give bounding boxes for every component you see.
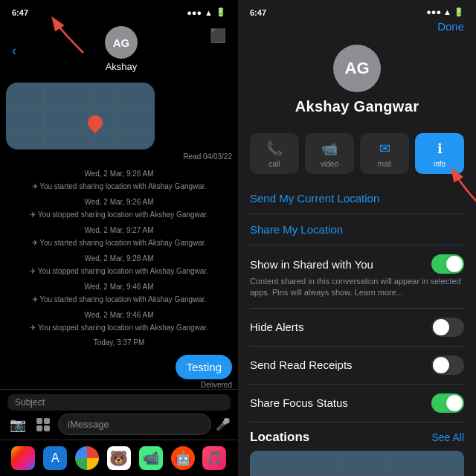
info-icon: ℹ <box>437 141 443 157</box>
facetime-icon[interactable]: 📹 <box>139 446 163 470</box>
right-panel: 6:47 ●●● ▲ 🔋 Done AG Akshay Gangwar 📞 ca… <box>238 0 476 476</box>
done-button[interactable]: Done <box>238 20 476 39</box>
send-current-location-label: Send My Current Location <box>250 192 379 205</box>
day-header: Wed, 2 Mar, 9:46 AM <box>6 283 232 291</box>
left-status-bar: 6:47 ●●● ▲ 🔋 <box>0 0 238 22</box>
share-location-row[interactable]: Share My Location <box>250 214 464 245</box>
day-header: Wed, 2 Mar, 9:26 AM <box>6 170 232 178</box>
read-receipt: Read 04/03/22 <box>6 152 232 161</box>
subject-field[interactable]: Subject <box>7 394 231 411</box>
mail-icon: ✉ <box>379 141 390 157</box>
mail-label: mail <box>378 160 391 168</box>
list-item: ✈ You stopped sharing location with Aksh… <box>6 209 232 221</box>
apps-icon <box>35 416 51 433</box>
right-status-icons: ●●● ▲ 🔋 <box>426 7 464 17</box>
detail-avatar: AG <box>333 45 381 92</box>
send-read-receipts-toggle[interactable] <box>431 356 464 375</box>
chrome-icon[interactable] <box>75 446 99 470</box>
memoji-icon[interactable]: 🐻 <box>107 446 131 470</box>
call-icon: 📞 <box>266 141 283 157</box>
show-shared-row: Show in Shared with You Content shared i… <box>250 245 464 309</box>
info-label: info <box>434 160 446 168</box>
map-image <box>6 83 155 149</box>
day-header: Wed, 2 Mar, 9:27 AM <box>6 226 232 234</box>
wifi-icon: ▲ <box>443 7 451 17</box>
share-focus-toggle[interactable] <box>431 393 464 413</box>
contact-name: Akshay <box>106 61 138 72</box>
day-header: Wed, 2 Mar, 9:46 AM <box>6 311 232 319</box>
call-button[interactable]: 📞 call <box>250 133 299 174</box>
video-label: video <box>321 160 338 168</box>
contact-header: AG Akshay <box>16 23 226 78</box>
signal-icon: ●●● <box>426 7 441 17</box>
avatar: AG <box>105 26 138 59</box>
send-current-location-row[interactable]: Send My Current Location <box>250 183 464 214</box>
svg-rect-3 <box>44 425 50 431</box>
apps-button[interactable] <box>33 414 54 435</box>
mail-button[interactable]: ✉ mail <box>360 133 409 174</box>
share-focus-row: Share Focus Status <box>250 385 464 422</box>
svg-rect-2 <box>36 425 42 431</box>
chat-messages: Wed, 2 Mar, 9:26 AM ✈ You started sharin… <box>6 165 232 334</box>
delivered-status: Delivered <box>6 381 232 389</box>
chat-area: Location from 01/03/22 › Read 04/03/22 W… <box>0 83 238 389</box>
right-time: 6:47 <box>250 8 266 17</box>
appstore-icon[interactable]: A <box>43 446 67 470</box>
show-shared-label: Show in Shared with You <box>250 258 431 271</box>
call-label: call <box>268 160 280 168</box>
message-bubble: Testing <box>176 355 232 379</box>
svg-rect-0 <box>36 418 42 424</box>
svg-rect-1 <box>44 418 50 424</box>
list-item: ✈ You started sharing location with Aksh… <box>6 294 232 306</box>
list-item: ✈ You started sharing location with Aksh… <box>6 237 232 249</box>
reddit-icon[interactable]: 🤖 <box>171 446 195 470</box>
hide-alerts-row: Hide Alerts <box>250 309 464 347</box>
battery-icon: 🔋 <box>454 7 464 17</box>
locations-header: Locations See All <box>250 422 464 451</box>
settings-section: Send My Current Location Share My Locati… <box>238 183 476 476</box>
mic-button[interactable]: 🎤 <box>216 417 231 431</box>
video-button[interactable]: 📹 video <box>305 133 354 174</box>
red-arrow-left <box>39 16 91 57</box>
signal-icon: ●●● <box>187 8 202 17</box>
action-buttons: 📞 call 📹 video ✉ mail ℹ info <box>238 127 476 183</box>
share-location-label: Share My Location <box>250 223 343 236</box>
show-shared-sub: Content shared in this conversation will… <box>250 276 464 299</box>
photos-icon[interactable] <box>11 446 35 470</box>
send-read-receipts-row: Send Read Receipts <box>250 347 464 385</box>
wifi-icon: ▲ <box>205 8 213 17</box>
left-status-icons: ●●● ▲ 🔋 <box>187 7 226 17</box>
battery-icon: 🔋 <box>216 7 226 17</box>
hide-alerts-label: Hide Alerts <box>250 321 431 333</box>
list-item: ✈ You stopped sharing location with Aksh… <box>6 266 232 277</box>
left-panel: 6:47 ●●● ▲ 🔋 ‹ AG Akshay ⬛ <box>0 0 238 476</box>
hide-alerts-toggle[interactable] <box>431 318 464 337</box>
contact-detail: AG Akshay Gangwar <box>238 39 476 127</box>
mini-map[interactable]: 📍 <box>250 451 464 476</box>
location-map-bubble[interactable]: Location from 01/03/22 › <box>6 83 155 149</box>
input-area: Subject 📷 iMessage 🎤 <box>0 389 238 440</box>
share-focus-label: Share Focus Status <box>250 396 431 409</box>
video-icon: 📹 <box>321 141 338 157</box>
list-item: ✈ You started sharing location with Aksh… <box>6 181 232 193</box>
show-shared-toggle[interactable] <box>431 254 464 274</box>
list-item: ✈ You stopped sharing location with Aksh… <box>6 322 232 334</box>
map-pin <box>88 115 103 135</box>
see-all-button[interactable]: See All <box>431 431 464 443</box>
info-button[interactable]: ℹ info <box>415 133 464 174</box>
left-time: 6:47 <box>12 8 28 17</box>
imessage-input[interactable]: iMessage <box>58 414 211 435</box>
video-call-button[interactable]: ⬛ <box>210 28 226 44</box>
app-dock: A 🐻 📹 🤖 🎵 <box>0 440 238 476</box>
camera-button[interactable]: 📷 <box>7 414 28 435</box>
today-label: Today, 3:37 PM <box>6 338 232 347</box>
right-status-bar: 6:47 ●●● ▲ 🔋 <box>238 0 476 20</box>
message-input-row: 📷 iMessage 🎤 <box>7 414 231 435</box>
send-read-receipts-label: Send Read Receipts <box>250 358 431 371</box>
detail-name: Akshay Gangwar <box>295 98 419 115</box>
locations-title: Locations <box>250 430 309 445</box>
day-header: Wed, 2 Mar, 9:26 AM <box>6 198 232 206</box>
day-header: Wed, 2 Mar, 9:28 AM <box>6 254 232 263</box>
outgoing-message-row: Testing <box>6 355 232 379</box>
music-icon[interactable]: 🎵 <box>202 446 226 470</box>
